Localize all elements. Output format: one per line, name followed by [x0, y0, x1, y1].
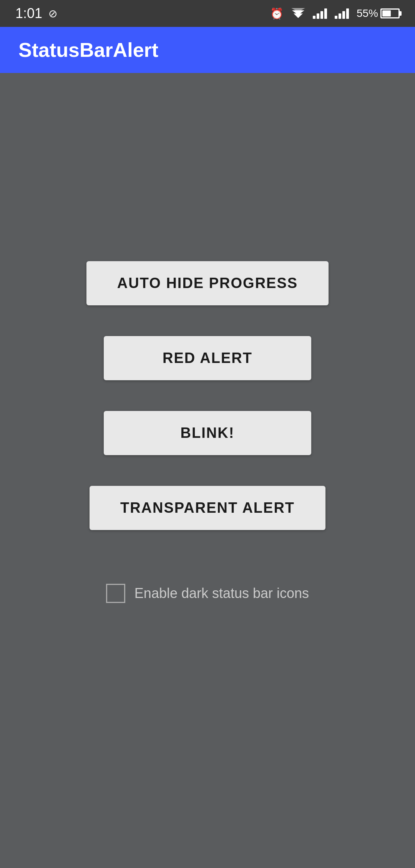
battery-percent: 55% [357, 7, 378, 20]
main-content: AUTO HIDE PROGRESS RED ALERT BLINK! TRAN… [0, 73, 415, 868]
app-title: StatusBarAlert [18, 38, 158, 61]
dark-icons-checkbox[interactable] [106, 584, 125, 603]
button-group: AUTO HIDE PROGRESS RED ALERT BLINK! TRAN… [86, 261, 329, 530]
auto-hide-progress-button[interactable]: AUTO HIDE PROGRESS [86, 261, 329, 305]
status-time: 1:01 [15, 5, 42, 22]
status-bar-right: ⏰ 55% [270, 7, 400, 20]
wifi-icon [291, 8, 305, 19]
signal-bars-1 [313, 8, 327, 19]
alarm-icon: ⏰ [270, 7, 284, 20]
red-alert-button[interactable]: RED ALERT [104, 336, 311, 380]
checkbox-label: Enable dark status bar icons [134, 585, 309, 601]
signal-bars-2 [335, 8, 349, 19]
status-bar-left: 1:01 ⊘ [15, 5, 57, 22]
do-not-disturb-icon: ⊘ [48, 7, 57, 20]
battery-icon [380, 8, 400, 18]
blink-button[interactable]: BLINK! [104, 411, 311, 455]
transparent-alert-button[interactable]: TRANSPARENT ALERT [90, 486, 325, 530]
checkbox-row[interactable]: Enable dark status bar icons [106, 584, 309, 603]
status-bar: 1:01 ⊘ ⏰ 55% [0, 0, 415, 27]
battery-container: 55% [357, 7, 400, 20]
app-bar: StatusBarAlert [0, 27, 415, 73]
